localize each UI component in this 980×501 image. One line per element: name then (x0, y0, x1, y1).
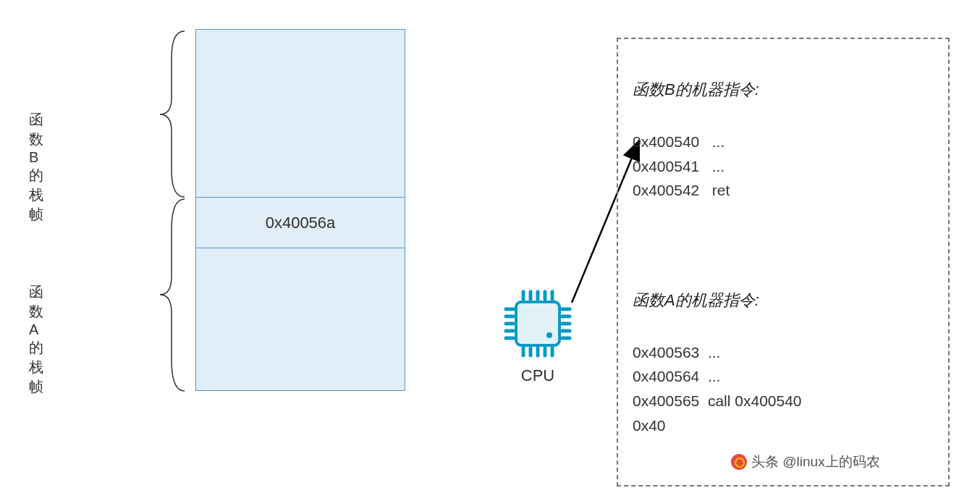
stack-frame-a-label: 函数A的栈帧 (29, 282, 43, 397)
instr: ... (708, 368, 721, 384)
addr: 0x400565 (633, 392, 699, 409)
addr: 0x400540 (633, 133, 699, 150)
cpu-icon (504, 290, 572, 358)
diagram-container: 函数B的栈帧 函数A的栈帧 0x40056a (0, 0, 980, 501)
instr: ... (712, 158, 725, 174)
instruction-line: 0x400564 ... (633, 364, 934, 389)
instruction-block-a: 函数A的机器指令: 0x400563 ... 0x400564 ... 0x40… (633, 290, 934, 437)
svg-rect-20 (516, 302, 559, 345)
instruction-line: 0x400542 ret (633, 178, 934, 203)
section-a-title: 函数A的机器指令: (633, 290, 934, 311)
instruction-line: 0x400563 ... (633, 340, 934, 365)
return-address-cell: 0x40056a (196, 198, 405, 248)
stack-box: 0x40056a (195, 29, 405, 391)
svg-point-21 (546, 332, 552, 338)
instr: ... (712, 133, 725, 150)
instruction-line: 0x400540 ... (633, 130, 934, 154)
instruction-block-b: 函数B的机器指令: 0x400540 ... 0x400541 ... 0x40… (633, 79, 934, 203)
instr: ... (708, 344, 721, 361)
instr: ret (712, 182, 730, 198)
cpu-wrapper: CPU (504, 290, 572, 385)
watermark: 头条 @linux上的码农 (731, 452, 880, 471)
addr: 0x400541 (633, 158, 699, 174)
stack-frame-b-label: 函数B的栈帧 (29, 110, 43, 224)
addr: 0x400542 (633, 182, 699, 198)
instruction-line: 0x400541 ... (633, 154, 934, 179)
watermark-icon (731, 454, 747, 470)
brace-b-icon (156, 29, 196, 201)
section-b-title: 函数B的机器指令: (633, 79, 934, 101)
addr: 0x400564 (633, 368, 699, 384)
stack-frame-a (196, 248, 405, 390)
instr: call 0x400540 (708, 392, 802, 409)
addr: 0x40 (633, 417, 666, 434)
instruction-line-partial: 0x40 (633, 413, 934, 438)
watermark-text: 头条 @linux上的码农 (751, 452, 880, 471)
instruction-box: 函数B的机器指令: 0x400540 ... 0x400541 ... 0x40… (617, 38, 950, 487)
b-instructions: 0x400540 ... 0x400541 ... 0x400542 ret (633, 130, 934, 203)
brace-a-icon (156, 197, 196, 396)
stack-frame-b (196, 30, 405, 198)
a-instructions: 0x400563 ... 0x400564 ... 0x400565 call … (633, 340, 934, 437)
addr: 0x400563 (633, 344, 699, 361)
cpu-label: CPU (504, 366, 572, 385)
instruction-line: 0x400565 call 0x400540 (633, 389, 934, 413)
